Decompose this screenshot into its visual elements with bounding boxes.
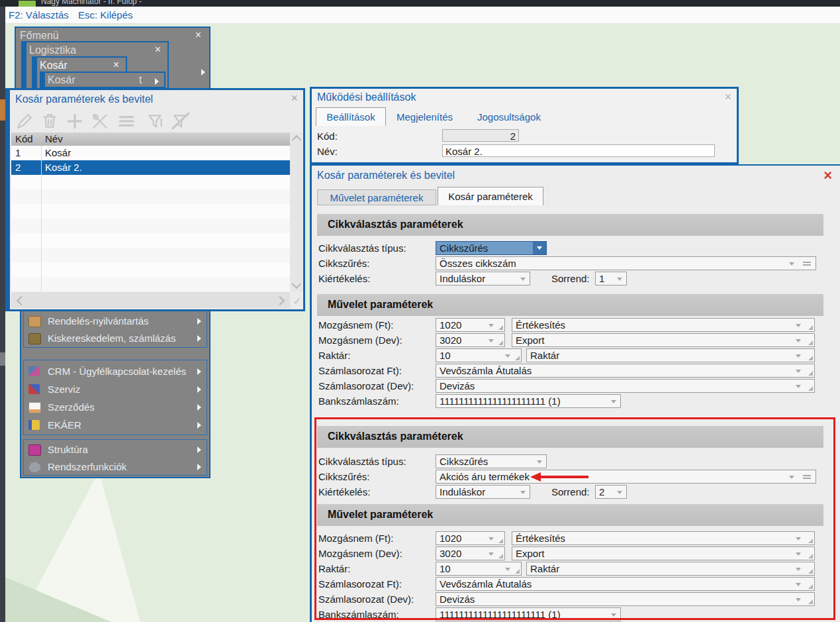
submenu-arrow-icon <box>197 446 201 453</box>
kiertekeles-select[interactable]: Induláskor <box>436 272 530 285</box>
tab-jogosultsagok[interactable]: Jogosultságok <box>477 111 541 123</box>
sidebar-item-ekaer[interactable]: EKÁER <box>24 417 207 434</box>
close-icon[interactable]: × <box>195 29 201 41</box>
mozgasnem-dev-code-select[interactable]: 3020 <box>436 333 505 347</box>
app-icon <box>19 1 36 7</box>
cash-register-icon <box>28 333 41 344</box>
mozgasnem-dev-name-select-2[interactable]: Export <box>512 546 815 560</box>
szamlasorozat-dev-select-2[interactable]: Devizás <box>436 592 815 606</box>
sidebar-item-rendeles-nyilvantartas[interactable]: Rendelés-nyilvántartás <box>24 313 207 330</box>
resize-corner-icon <box>498 325 503 330</box>
list-grid: Kód Név 1 Kosár 2 Kosár 2. <box>11 132 290 291</box>
resize-corner-icon <box>808 325 813 330</box>
dropdown-arrow-icon <box>617 278 622 281</box>
list-icon[interactable] <box>803 260 811 267</box>
section-header-cikkvalasztas-1: Cikkválasztás paraméterek <box>317 214 823 236</box>
szamlasorozat-dev-select[interactable]: Devizás <box>436 379 815 393</box>
table-row-selected[interactable]: 2 Kosár 2. <box>11 160 290 176</box>
edit-icon[interactable] <box>15 112 34 130</box>
close-icon[interactable]: × <box>113 59 119 71</box>
vertical-scrollbar[interactable] <box>290 132 303 291</box>
close-icon[interactable]: × <box>291 91 298 105</box>
dropdown-arrow-icon <box>489 537 494 541</box>
horizontal-scrollbar[interactable] <box>11 292 290 308</box>
dropdown-arrow-icon <box>796 568 801 571</box>
close-icon[interactable]: × <box>155 44 161 56</box>
tab-kosar-parameterek[interactable]: Kosár paraméterek <box>438 187 543 205</box>
mozgasnem-ft-code-select[interactable]: 1020 <box>436 318 505 332</box>
submenu-arrow-icon <box>197 386 201 393</box>
mozgasnem-dev-code-select-2[interactable]: 3020 <box>436 546 505 560</box>
tools-icon[interactable] <box>91 112 109 130</box>
cikkszures-select-2[interactable]: Akciós áru termékek <box>436 470 816 484</box>
szamlasorozat-ft-select-2[interactable]: Vevőszámla Átutalás <box>436 577 815 591</box>
dropdown-arrow-icon <box>617 491 622 494</box>
sorrend-select-2[interactable]: 2 <box>595 485 627 499</box>
sidebar-item-crm[interactable]: CRM - Ügyfélkapcsolat-kezelés <box>24 363 207 380</box>
cikkvalasztas-tipus-select[interactable]: Cikkszűrés <box>436 241 547 255</box>
tab-beallitasok[interactable]: Beállítások <box>316 107 386 126</box>
dropdown-arrow-icon <box>537 246 542 250</box>
menu-group-3: Struktúra Rendszerfunkciók <box>23 439 207 476</box>
kod-field[interactable]: 2 <box>442 129 519 142</box>
confirm-check-icon[interactable]: ✓ <box>293 295 302 307</box>
kiertekeles-select-2[interactable]: Induláskor <box>436 485 530 499</box>
strip-orange-segment <box>0 99 5 121</box>
scroll-right-icon[interactable] <box>275 296 285 305</box>
dropdown-arrow-icon <box>789 476 794 479</box>
column-header-kod[interactable]: Kód <box>11 132 41 146</box>
strip-grey-segment <box>0 352 5 366</box>
mozgasnem-ft-name-select[interactable]: Értékesítés <box>512 318 815 332</box>
delete-icon[interactable] <box>40 112 59 130</box>
sidebar-item-kiskereskedelem[interactable]: Kiskereskedelem, számlázás <box>24 330 207 347</box>
menu-item-esc-kilepes[interactable]: Esc: Kilépés <box>78 7 133 23</box>
close-icon[interactable]: × <box>724 90 731 104</box>
mozgasnem-ft-code-select-2[interactable]: 1020 <box>436 531 505 545</box>
add-icon[interactable] <box>66 112 84 130</box>
nev-field[interactable]: Kosár 2. <box>442 144 715 157</box>
list-toolbar <box>13 110 297 132</box>
column-header-nev[interactable]: Név <box>41 132 63 146</box>
shortcut-menu-bar: F2: Választás Esc: Kilépés <box>0 7 840 24</box>
list-window-kosar-parameterek: Kosár paraméterek és bevitel × Kód Név 1… <box>5 88 305 311</box>
window-title: Működési beállítások <box>317 91 416 103</box>
grid-header: Kód Név <box>11 132 290 146</box>
tab-megjelenites[interactable]: Megjelenítés <box>397 111 453 123</box>
sidebar-item-rendszerfunkciok[interactable]: Rendszerfunkciók <box>24 458 207 476</box>
menu-item-f2-valasztas[interactable]: F2: Választás <box>9 7 69 23</box>
sidebar-item-szerzodes[interactable]: Szerződés <box>24 399 207 416</box>
cikkvalasztas-tipus-select-2[interactable]: Cikkszűrés <box>436 454 547 468</box>
szamlasorozat-ft-select[interactable]: Vevőszámla Átutalás <box>436 364 815 378</box>
filter-clear-icon[interactable] <box>171 112 190 130</box>
scroll-left-icon[interactable] <box>17 296 26 305</box>
empty-row <box>11 219 290 234</box>
close-icon[interactable]: × <box>823 167 832 184</box>
table-row[interactable]: 1 Kosár <box>11 146 290 161</box>
annotation-arrow-icon <box>530 472 591 482</box>
cikkszures-select[interactable]: Összes cikkszám <box>436 256 816 270</box>
raktar-name-select[interactable]: Raktár <box>526 348 815 362</box>
tab-muvelet-parameterek[interactable]: Művelet paraméterek <box>317 189 436 205</box>
empty-row <box>11 204 290 219</box>
os-title-bar: Nagy Machinátor - II. Fülöp - <box>0 0 840 7</box>
scroll-up-icon[interactable] <box>292 135 301 144</box>
dropdown-button[interactable] <box>533 242 546 254</box>
dropdown-arrow-icon <box>505 354 510 358</box>
resize-corner-icon <box>498 340 503 345</box>
list-icon[interactable] <box>803 474 811 480</box>
raktar-code-select-2[interactable]: 10 <box>436 562 522 576</box>
bankszamlaszam-select[interactable]: 1111111111111111111111 (1) <box>436 394 621 408</box>
raktar-name-select-2[interactable]: Raktár <box>526 562 815 576</box>
empty-row <box>11 233 290 248</box>
sidebar-item-struktura[interactable]: Struktúra <box>24 441 207 458</box>
menu-icon[interactable] <box>117 112 136 130</box>
raktar-code-select[interactable]: 10 <box>436 348 522 362</box>
sorrend-select[interactable]: 1 <box>595 272 627 285</box>
mozgasnem-dev-name-select[interactable]: Export <box>512 333 815 347</box>
mozgasnem-ft-name-select-2[interactable]: Értékesítés <box>512 531 815 545</box>
filter-icon[interactable] <box>146 112 165 130</box>
bankszamlaszam-select-2[interactable]: 1111111111111111111111 (1) <box>436 607 621 621</box>
window-kosar-submenu-row[interactable]: Kosár t <box>40 72 165 88</box>
scroll-down-icon[interactable] <box>292 280 301 289</box>
sidebar-item-szerviz[interactable]: Szerviz <box>24 381 207 398</box>
